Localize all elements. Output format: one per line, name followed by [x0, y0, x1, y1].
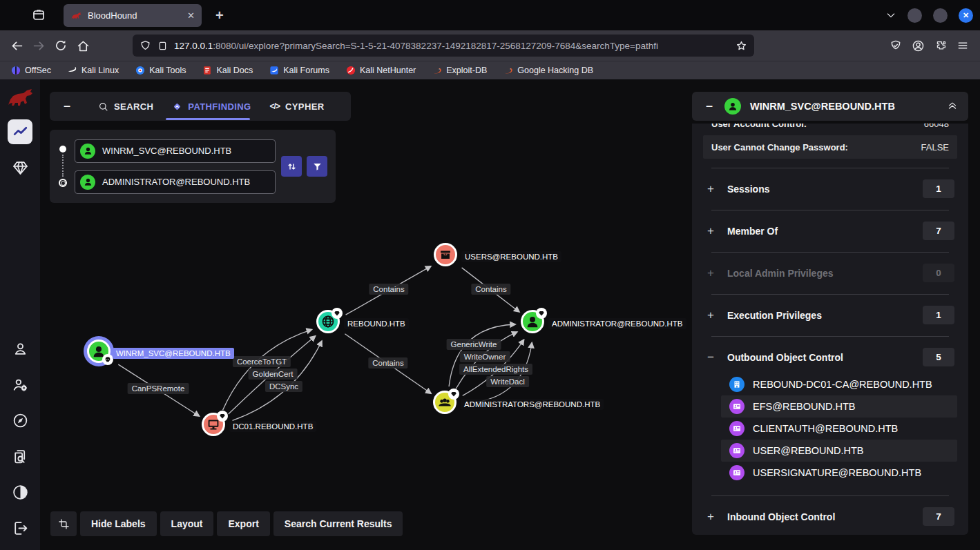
graph-node-users[interactable] [434, 243, 457, 266]
extensions-icon[interactable] [934, 39, 947, 52]
expand-section-icon[interactable]: + [706, 266, 715, 280]
edge-label-contains[interactable]: Contains [471, 284, 510, 295]
section-row-member-of[interactable]: +Member Of7 [703, 219, 957, 243]
reload-button[interactable] [50, 35, 72, 57]
node-label-winrm[interactable]: WINRM_SVC@REBOUND.HTB [113, 348, 234, 359]
entity-panel-header: − WINRM_SVC@REBOUND.HTB [692, 92, 968, 121]
sidebar-ingest-button[interactable] [8, 155, 32, 180]
outbound-item[interactable]: EFS@REBOUND.HTB [721, 395, 957, 418]
window-close-button[interactable]: ✕ [959, 8, 973, 23]
back-button[interactable] [6, 35, 28, 57]
node-label-administrators[interactable]: ADMINISTRATORS@REBOUND.HTB [461, 399, 604, 410]
window-maximize-button[interactable] [933, 8, 948, 23]
sidebar-dark-mode-toggle[interactable] [8, 480, 32, 504]
sidebar-explore-button[interactable] [8, 119, 32, 144]
divider [711, 168, 949, 168]
bookmark-star-icon[interactable] [736, 40, 747, 52]
list-tabs-chevron-icon[interactable] [885, 10, 896, 21]
edge-label-writedacl[interactable]: WriteDacl [486, 376, 529, 387]
url-text[interactable]: 127.0.0.1:8080/ui/explore?primarySearch=… [174, 41, 729, 51]
sidebar-docs-button[interactable] [8, 408, 32, 433]
bookmark-offsec[interactable]: OffSec [11, 66, 51, 75]
section-count-badge: 0 [923, 264, 954, 282]
sidebar-administration-button[interactable] [8, 372, 32, 397]
expand-section-icon[interactable]: + [706, 182, 715, 196]
outbound-item[interactable]: CLIENTAUTH@REBOUND.HTB [721, 418, 957, 440]
tab-search[interactable]: SEARCH [98, 101, 153, 112]
entity-panel-body[interactable]: User Account Control:66048User Cannot Ch… [692, 124, 968, 535]
pathfinding-start-input[interactable]: WINRM_SVC@REBOUND.HTB [75, 139, 276, 163]
collapse-entity-panel-button[interactable]: − [703, 99, 715, 114]
firefox-view-button[interactable] [30, 7, 47, 23]
browser-tab-bloodhound[interactable]: BloodHound ✕ [64, 4, 202, 27]
collapse-search-panel-button[interactable]: − [61, 99, 73, 114]
tracking-protection-shield-icon[interactable] [140, 40, 151, 52]
tab-close-icon[interactable]: ✕ [187, 10, 195, 21]
graph-node-administrator[interactable] [521, 310, 544, 333]
outbound-item[interactable]: USER@REBOUND.HTB [721, 440, 957, 462]
search-current-results-button[interactable]: Search Current Results [273, 511, 403, 536]
url-bar[interactable]: 127.0.0.1:8080/ui/explore?primarySearch=… [133, 35, 754, 57]
node-label-dc01[interactable]: DC01.REBOUND.HTB [229, 421, 316, 432]
home-button[interactable] [72, 35, 94, 57]
account-icon[interactable] [912, 39, 925, 52]
filter-edges-button[interactable] [307, 156, 327, 177]
graph-node-administrators[interactable] [433, 391, 457, 414]
graph-node-winrm[interactable] [87, 340, 111, 363]
edge-label-genericwrite[interactable]: GenericWrite [447, 339, 501, 350]
section-row-outbound-object-control[interactable]: −Outbound Object Control5 [703, 345, 957, 369]
tab-cypher[interactable]: </> CYPHER [270, 101, 325, 112]
layout-button[interactable]: Layout [160, 511, 214, 536]
section-row-execution-privileges[interactable]: +Execution Privileges1 [703, 303, 957, 327]
edge-label-contains[interactable]: Contains [369, 284, 408, 295]
expand-section-icon[interactable]: + [706, 510, 715, 524]
bookmark-kali-tools[interactable]: Kali Tools [135, 66, 186, 75]
export-button[interactable]: Export [217, 511, 269, 536]
edge-label-writeowner[interactable]: WriteOwner [460, 351, 510, 362]
graph-node-dc01[interactable] [202, 413, 225, 436]
protections-badge-icon[interactable] [890, 39, 902, 52]
bookmark-kali-forums[interactable]: Kali Forums [269, 66, 329, 75]
pathfinding-end-input[interactable]: ADMINISTRATOR@REBOUND.HTB [75, 170, 276, 194]
edge-label-allextendedrights[interactable]: AllExtendedRights [459, 364, 532, 375]
sidebar-logout-button[interactable] [8, 515, 32, 540]
swap-endpoints-button[interactable] [281, 156, 302, 177]
section-row-sessions[interactable]: +Sessions1 [703, 177, 957, 201]
bookmark-kali-nethunter[interactable]: Kali NetHunter [346, 66, 416, 75]
sidebar-api-explorer-button[interactable] [8, 444, 32, 469]
menu-hamburger-icon[interactable] [957, 39, 969, 52]
collapse-section-icon[interactable]: − [706, 351, 715, 364]
edge-label-coercetotgt[interactable]: CoerceToTGT [233, 356, 291, 367]
bookmark-kali-docs[interactable]: Kali Docs [202, 66, 253, 75]
expand-section-icon[interactable]: + [706, 224, 715, 238]
node-label-users[interactable]: USERS@REBOUND.HTB [461, 251, 561, 262]
bookmark-exploit-db[interactable]: Exploit-DB [432, 66, 487, 75]
page-info-icon[interactable] [157, 41, 168, 51]
window-minimize-button[interactable] [907, 8, 922, 23]
edge-label-dcsync[interactable]: DCSync [265, 381, 302, 392]
forward-button[interactable] [28, 35, 50, 57]
node-label-administrator[interactable]: ADMINISTRATOR@REBOUND.HTB [548, 318, 686, 329]
section-row-inbound-object-control[interactable]: +Inbound Object Control7 [703, 504, 957, 529]
new-tab-button[interactable]: + [215, 8, 224, 23]
fit-graph-button[interactable] [50, 511, 77, 536]
bookmark-label: Kali Linux [81, 66, 119, 75]
expand-section-icon[interactable]: + [706, 308, 715, 322]
section-row-local-admin-privileges[interactable]: +Local Admin Privileges0 [703, 261, 957, 285]
node-label-domain[interactable]: REBOUND.HTB [344, 318, 409, 329]
section-count-badge: 1 [923, 179, 954, 198]
outbound-item[interactable]: USERSIGNATURE@REBOUND.HTB [721, 462, 957, 484]
tier-zero-gem-badge [536, 308, 547, 319]
outbound-item[interactable]: REBOUND-DC01-CA@REBOUND.HTB [721, 373, 957, 395]
bookmarks-bar: OffSecKali LinuxKali ToolsKali DocsKali … [0, 61, 980, 79]
graph-node-domain[interactable] [316, 310, 340, 333]
hide-labels-button[interactable]: Hide Labels [80, 511, 157, 536]
edge-label-canpsremote[interactable]: CanPSRemote [128, 383, 189, 394]
bookmark-kali-linux[interactable]: Kali Linux [68, 66, 119, 75]
edge-label-goldencert[interactable]: GoldenCert [249, 369, 298, 380]
tab-pathfinding[interactable]: PATHFINDING [172, 101, 251, 112]
sidebar-profile-button[interactable] [8, 336, 32, 361]
bookmark-google-hacking-db[interactable]: Google Hacking DB [503, 66, 593, 75]
edge-label-contains[interactable]: Contains [368, 357, 407, 369]
collapse-all-chevrons-icon[interactable] [946, 100, 959, 112]
